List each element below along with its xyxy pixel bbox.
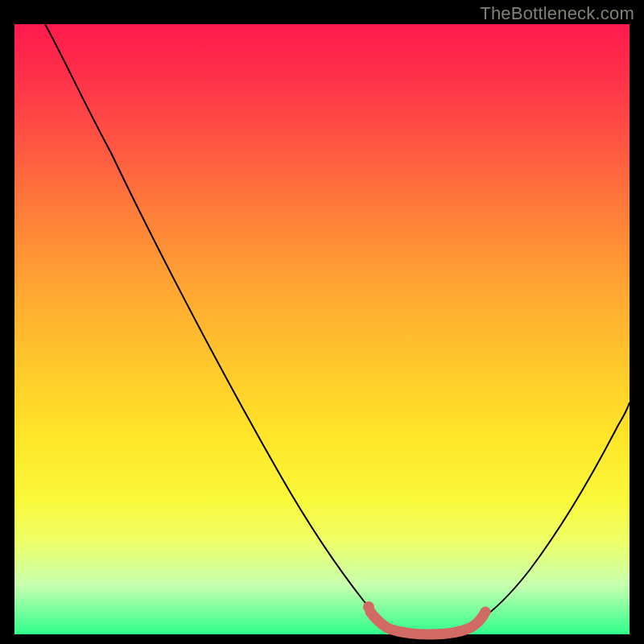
plot-area (14, 24, 630, 634)
watermark-text: TheBottleneck.com (480, 3, 634, 24)
highlight-marker (370, 612, 485, 634)
highlight-marker-dot (363, 601, 374, 613)
chart-frame: TheBottleneck.com (0, 0, 644, 644)
curve-layer (14, 24, 630, 634)
bottleneck-curve (45, 24, 630, 633)
